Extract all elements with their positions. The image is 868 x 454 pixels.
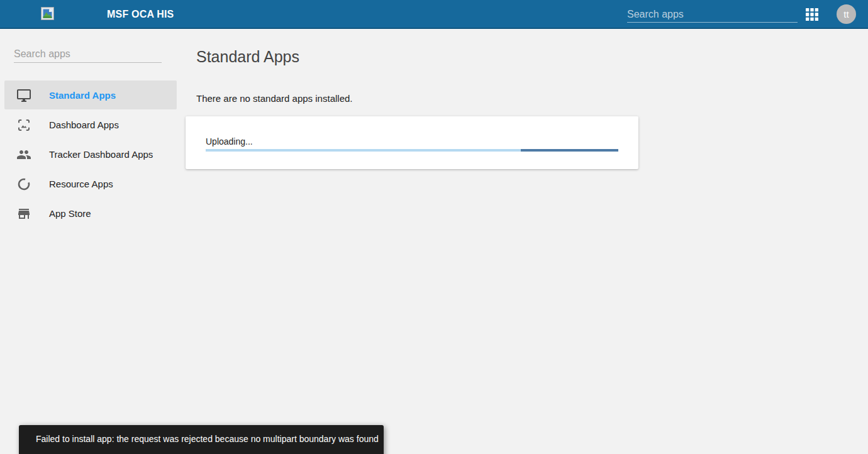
upload-status-label: Uploading...	[206, 136, 618, 147]
snackbar: Failed to install app: the request was r…	[19, 425, 384, 454]
apps-grid-icon[interactable]	[806, 8, 818, 21]
sidebar-item-app-store[interactable]: App Store	[0, 199, 181, 228]
sidebar-item-resource-apps[interactable]: Resource Apps	[0, 169, 181, 199]
upload-progress-indicator	[521, 149, 618, 152]
loop-circle-icon	[16, 177, 31, 192]
sidebar-item-label: App Store	[49, 208, 91, 219]
user-avatar[interactable]: tt	[837, 4, 856, 24]
sidebar-item-label: Tracker Dashboard Apps	[49, 149, 153, 160]
app-header: MSF OCA HIS tt	[0, 0, 868, 29]
header-search-input[interactable]	[627, 6, 798, 23]
sidebar-item-label: Standard Apps	[49, 90, 116, 101]
sidebar-item-standard-apps[interactable]: Standard Apps	[0, 80, 181, 110]
sidebar-menu: Standard Apps Dashboard Apps	[0, 80, 181, 228]
sidebar-item-tracker-dashboard-apps[interactable]: Tracker Dashboard Apps	[0, 140, 181, 169]
main-content: Standard Apps There are no standard apps…	[181, 29, 868, 454]
upload-card: Uploading...	[186, 116, 638, 169]
app-title: MSF OCA HIS	[107, 9, 174, 20]
store-icon	[16, 206, 31, 221]
empty-state-message: There are no standard apps installed.	[196, 93, 353, 104]
sidebar-item-label: Resource Apps	[49, 179, 113, 189]
upload-progress-track	[206, 149, 618, 152]
desktop-icon	[16, 88, 31, 103]
dashboard-image-icon	[16, 118, 31, 133]
sidebar-search-input[interactable]	[14, 45, 162, 63]
sidebar-item-dashboard-apps[interactable]: Dashboard Apps	[0, 110, 181, 140]
snackbar-message: Failed to install app: the request was r…	[36, 434, 379, 444]
people-icon	[16, 147, 31, 162]
broken-image-logo-icon[interactable]	[41, 7, 54, 20]
page-title: Standard Apps	[196, 48, 299, 66]
sidebar-item-label: Dashboard Apps	[49, 119, 119, 130]
